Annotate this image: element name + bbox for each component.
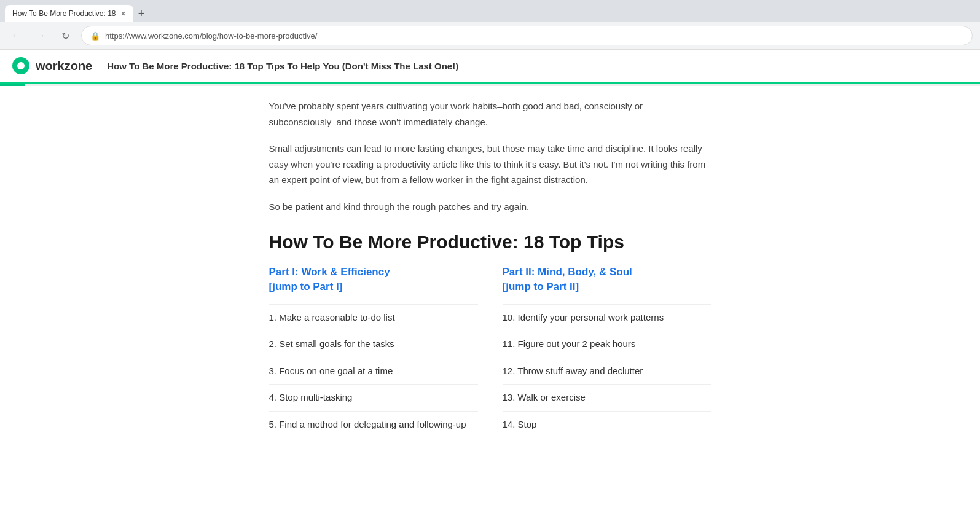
logo-text: workzone xyxy=(36,59,92,73)
forward-button[interactable]: → xyxy=(32,27,49,44)
list-item: 1. Make a reasonable to-do list xyxy=(269,304,478,331)
part2-title-line2: [jump to Part II] xyxy=(503,281,579,292)
url-path: /blog/how-to-be-more-productive/ xyxy=(200,31,317,41)
intro-paragraph-3: So be patient and kind through the rough… xyxy=(269,199,711,215)
intro-paragraph-2: Small adjustments can lead to more lasti… xyxy=(269,141,711,188)
back-button[interactable]: ← xyxy=(7,27,25,44)
forward-icon: → xyxy=(36,30,45,41)
part2-header[interactable]: Part II: Mind, Body, & Soul [jump to Par… xyxy=(503,265,711,294)
site-header-title: How To Be More Productive: 18 Top Tips T… xyxy=(107,61,458,71)
logo-inner-circle xyxy=(17,62,25,69)
tab-title: How To Be More Productive: 18 xyxy=(12,9,116,18)
reload-button[interactable]: ↻ xyxy=(57,27,74,44)
site-header: workzone How To Be More Productive: 18 T… xyxy=(0,50,980,84)
part2-column: Part II: Mind, Body, & Soul [jump to Par… xyxy=(503,265,711,437)
back-icon: ← xyxy=(11,30,21,41)
tab-bar: How To Be More Productive: 18 × + xyxy=(0,0,980,22)
reload-icon: ↻ xyxy=(61,30,69,42)
address-bar: ← → ↻ 🔒 https://www.workzone.com/blog/ho… xyxy=(0,22,980,49)
list-item: 13. Walk or exercise xyxy=(503,384,711,411)
list-item: 12. Throw stuff away and declutter xyxy=(503,358,711,385)
part2-title-line1: Part II: Mind, Body, & Soul xyxy=(503,266,632,278)
list-item: 5. Find a method for delegating and foll… xyxy=(269,411,478,438)
lock-icon: 🔒 xyxy=(90,31,100,41)
tips-grid: Part I: Work & Efficiency [jump to Part … xyxy=(269,265,711,437)
list-item: 4. Stop multi-tasking xyxy=(269,384,478,411)
progress-bar-fill xyxy=(0,84,25,86)
main-content: You've probably spent years cultivating … xyxy=(245,86,736,462)
part1-title-line1: Part I: Work & Efficiency xyxy=(269,266,390,278)
list-item: 2. Set small goals for the tasks xyxy=(269,331,478,358)
part1-title-line2: [jump to Part I] xyxy=(269,281,343,292)
logo-area[interactable]: workzone xyxy=(12,57,92,74)
new-tab-button[interactable]: + xyxy=(133,7,150,20)
list-item: 3. Focus on one goal at a time xyxy=(269,358,478,385)
list-item: 10. Identify your personal work patterns xyxy=(503,304,711,331)
section-heading: How To Be More Productive: 18 Top Tips xyxy=(269,232,711,252)
url-bar[interactable]: 🔒 https://www.workzone.com/blog/how-to-b… xyxy=(81,26,973,45)
list-item: 11. Figure out your 2 peak hours xyxy=(503,331,711,358)
browser-tab[interactable]: How To Be More Productive: 18 × xyxy=(5,5,133,22)
browser-chrome: How To Be More Productive: 18 × + ← → ↻ … xyxy=(0,0,980,50)
logo-icon xyxy=(12,57,29,74)
list-item: 14. Stop xyxy=(503,411,711,438)
intro-paragraph-1: You've probably spent years cultivating … xyxy=(269,98,711,130)
part1-header[interactable]: Part I: Work & Efficiency [jump to Part … xyxy=(269,265,478,294)
tab-close-icon[interactable]: × xyxy=(121,9,126,18)
url-base: https://www.workzone.com xyxy=(105,31,200,41)
url-text: https://www.workzone.com/blog/how-to-be-… xyxy=(105,31,963,41)
part1-column: Part I: Work & Efficiency [jump to Part … xyxy=(269,265,478,437)
